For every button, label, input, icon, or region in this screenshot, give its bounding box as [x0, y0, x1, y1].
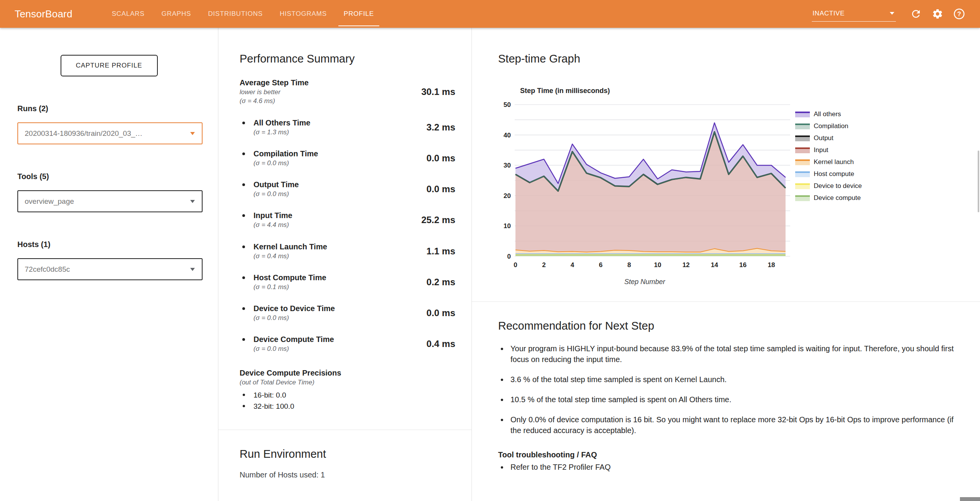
svg-text:18: 18	[768, 261, 775, 269]
metric-name: Host Compute Time	[253, 273, 394, 282]
hosts-label: Hosts (1)	[17, 240, 203, 249]
app-title: TensorBoard	[15, 8, 73, 20]
top-app-bar: TensorBoard SCALARSGRAPHSDISTRIBUTIONSHI…	[0, 0, 980, 28]
svg-text:4: 4	[571, 261, 574, 269]
tab-profile[interactable]: PROFILE	[335, 0, 382, 28]
metric-info: Host Compute Time(σ = 0.1 ms)	[240, 273, 394, 291]
faq-list: Refer to the TF2 Profiler FAQ	[498, 462, 961, 472]
metric-sigma: (σ = 0.0 ms)	[253, 190, 394, 198]
metric-row: Device Compute Time(σ = 0.0 ms)0.4 ms	[240, 335, 455, 353]
metric-row: Input Time(σ = 4.4 ms)25.2 ms	[240, 211, 455, 229]
chevron-down-icon	[190, 132, 195, 135]
recommendation-item: Your program is HIGHLY input-bound becau…	[508, 343, 961, 365]
svg-text:10: 10	[654, 261, 661, 269]
legend-swatch-icon	[795, 147, 810, 153]
main-content: CAPTURE PROFILE Runs (2) 20200314-180936…	[0, 28, 980, 501]
metric-sigma: (σ = 4.6 ms)	[240, 97, 394, 105]
metric-row: All Others Time(σ = 1.3 ms)3.2 ms	[240, 118, 455, 136]
metric-name: Kernel Launch Time	[253, 242, 394, 251]
recommendation-list: Your program is HIGHLY input-bound becau…	[498, 343, 961, 436]
metric-value: 1.1 ms	[394, 246, 455, 257]
chart-legend: All othersCompilationOutputInputKernel l…	[795, 110, 862, 206]
svg-text:40: 40	[504, 132, 511, 139]
nav-tabs: SCALARSGRAPHSDISTRIBUTIONSHISTOGRAMSPROF…	[103, 0, 383, 28]
metric-name: Device Compute Time	[253, 335, 394, 344]
tools-label: Tools (5)	[17, 172, 203, 181]
metric-value: 0.2 ms	[394, 277, 455, 288]
recommendation-section: Recommendation for Next Step Your progra…	[498, 320, 980, 472]
legend-swatch-icon	[795, 183, 810, 189]
tab-histograms[interactable]: HISTOGRAMS	[271, 0, 335, 28]
legend-swatch-icon	[795, 135, 810, 141]
section-divider	[218, 430, 471, 430]
legend-item[interactable]: Input	[795, 146, 862, 154]
step-time-panel: Step-time Graph Step Time (in millisecon…	[471, 28, 980, 501]
metric-sigma: (σ = 0.0 ms)	[253, 314, 394, 322]
precisions-list: 16-bit: 0.032-bit: 100.0	[240, 389, 455, 412]
scrollbar-corner	[960, 497, 980, 501]
metric-value: 0.0 ms	[394, 153, 455, 164]
legend-label: All others	[814, 110, 841, 118]
legend-label: Host compute	[814, 170, 854, 178]
legend-label: Input	[814, 146, 828, 154]
capture-profile-button[interactable]: CAPTURE PROFILE	[61, 55, 158, 76]
gear-icon	[932, 8, 943, 20]
reload-status-dropdown[interactable]: INACTIVE	[812, 10, 896, 22]
metric-sigma: (σ = 0.0 ms)	[253, 345, 394, 353]
legend-item[interactable]: Device to device	[795, 182, 862, 190]
legend-label: Kernel launch	[814, 158, 854, 166]
settings-button[interactable]	[932, 8, 943, 20]
metric-info: Kernel Launch Time(σ = 0.4 ms)	[240, 242, 394, 260]
metric-name: Output Time	[253, 180, 394, 189]
legend-item[interactable]: Compilation	[795, 122, 862, 130]
recommendation-item: 3.6 % of the total step time sampled is …	[508, 374, 961, 385]
svg-text:8: 8	[627, 261, 631, 269]
legend-item[interactable]: Host compute	[795, 170, 862, 178]
legend-item[interactable]: Device compute	[795, 194, 862, 202]
svg-text:0: 0	[507, 253, 511, 260]
legend-swatch-icon	[795, 195, 810, 201]
recommendation-item: Only 0.0% of device computation is 16 bi…	[508, 414, 961, 436]
refresh-button[interactable]	[910, 8, 922, 20]
runs-label: Runs (2)	[17, 104, 203, 113]
metric-row: Compilation Time(σ = 0.0 ms)0.0 ms	[240, 149, 455, 167]
hosts-dropdown-value: 72cefc0dc85c	[25, 265, 70, 274]
metric-name: Device to Device Time	[253, 304, 394, 313]
chevron-down-icon	[890, 12, 894, 15]
vertical-scrollbar-thumb[interactable]	[978, 151, 979, 212]
help-button[interactable]: ?	[953, 8, 965, 20]
help-icon: ?	[953, 8, 965, 20]
faq-item[interactable]: Refer to the TF2 Profiler FAQ	[508, 462, 961, 472]
svg-text:6: 6	[599, 261, 602, 269]
runs-dropdown[interactable]: 20200314-180936/train/2020_03_…	[17, 122, 203, 144]
metric-value: 0.0 ms	[394, 184, 455, 195]
legend-item[interactable]: Output	[795, 134, 862, 142]
metric-sigma: (σ = 0.0 ms)	[253, 159, 394, 167]
metric-info: Average Step Timelower is better(σ = 4.6…	[240, 78, 394, 105]
metric-row: Average Step Timelower is better(σ = 4.6…	[240, 78, 455, 105]
section-divider	[472, 301, 980, 302]
step-time-chart[interactable]: 01020304050024681012141618	[498, 99, 791, 272]
sidebar: CAPTURE PROFILE Runs (2) 20200314-180936…	[0, 28, 218, 501]
svg-text:10: 10	[504, 222, 511, 230]
recommendation-item: 10.5 % of the total step time sampled is…	[508, 394, 961, 405]
run-environment-title: Run Environment	[240, 448, 455, 460]
hosts-dropdown[interactable]: 72cefc0dc85c	[17, 258, 203, 280]
chevron-down-icon	[190, 200, 195, 203]
legend-item[interactable]: All others	[795, 110, 862, 118]
metric-note: lower is better	[240, 88, 394, 96]
tools-dropdown[interactable]: overview_page	[17, 190, 203, 212]
legend-swatch-icon	[795, 171, 810, 177]
svg-text:20: 20	[504, 192, 511, 200]
metric-sigma: (σ = 0.4 ms)	[253, 252, 394, 260]
hosts-used-text: Number of Hosts used: 1	[240, 471, 455, 479]
topbar-controls: INACTIVE ?	[812, 7, 970, 22]
metric-info: Input Time(σ = 4.4 ms)	[240, 211, 394, 229]
metric-row: Device to Device Time(σ = 0.0 ms)0.0 ms	[240, 304, 455, 322]
metric-sigma: (σ = 1.3 ms)	[253, 128, 394, 136]
tab-distributions[interactable]: DISTRIBUTIONS	[199, 0, 271, 28]
chart-title: Step Time (in milliseconds)	[520, 87, 980, 95]
tab-scalars[interactable]: SCALARS	[103, 0, 153, 28]
tab-graphs[interactable]: GRAPHS	[153, 0, 200, 28]
legend-item[interactable]: Kernel launch	[795, 158, 862, 166]
